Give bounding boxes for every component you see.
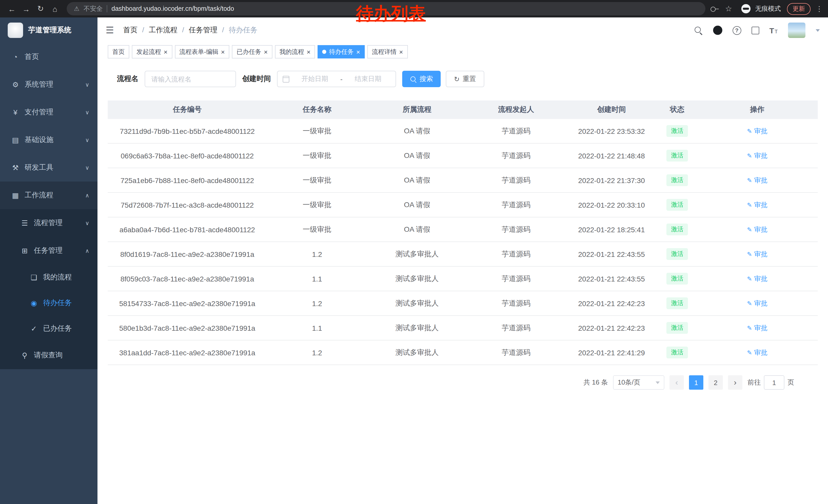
tab-label: 首页 — [112, 47, 125, 56]
sidebar-menu-item[interactable]: ☰ 流程管理 ∨ — [0, 209, 97, 237]
fullscreen-icon[interactable] — [751, 27, 759, 34]
sidebar-menu-item[interactable]: ❏ 我的流程 — [0, 265, 97, 290]
page-size-value: 10条/页 — [618, 378, 640, 387]
approve-link-label: 审批 — [754, 249, 768, 259]
tab[interactable]: 待办任务 × — [318, 45, 365, 58]
breadcrumb-item[interactable]: 待办任务 — [217, 26, 257, 35]
cell-task-id: 8f0d1619-7ac8-11ec-a9e2-a2380e71991a — [108, 250, 267, 258]
start-date-placeholder: 开始日期 — [292, 74, 337, 84]
tabs-bar: 首页 × 发起流程 × 流程表单-编辑 × 已办任务 × 我的流程 × 待办任务 — [97, 43, 828, 60]
caret-down-icon[interactable] — [816, 29, 820, 34]
approve-link[interactable]: ✎ 审批 — [747, 249, 768, 259]
sidebar-menu-item[interactable]: ▦ 工作流程 ∧ — [0, 182, 97, 209]
goto-page-input[interactable] — [764, 375, 784, 390]
browser-update-button[interactable]: 更新 — [787, 3, 811, 15]
prev-page-button[interactable]: ‹ — [669, 375, 684, 390]
cell-initiator: 芋道源码 — [467, 249, 565, 259]
bookmark-star-icon[interactable]: ☆ — [725, 4, 732, 13]
approve-link[interactable]: ✎ 审批 — [747, 126, 768, 136]
sidebar-menu-item[interactable]: ✓ 已办任务 — [0, 316, 97, 341]
browser-reload-button[interactable]: ↻ — [34, 4, 47, 13]
sidebar-menu-item[interactable]: ⊞ 任务管理 ∧ — [0, 237, 97, 265]
password-key-icon[interactable] — [710, 6, 719, 12]
total-count: 共 16 条 — [584, 378, 608, 387]
page-size-select[interactable]: 10条/页 — [613, 375, 664, 390]
tab-close-icon[interactable]: × — [221, 48, 225, 55]
breadcrumb-item[interactable]: 工作流程 — [137, 26, 177, 35]
tab-close-icon[interactable]: × — [356, 48, 360, 55]
browser-home-button[interactable]: ⌂ — [48, 4, 61, 13]
approve-link[interactable]: ✎ 审批 — [747, 348, 768, 357]
process-name-input[interactable] — [145, 71, 236, 87]
cell-status: 激活 — [658, 125, 697, 137]
tab[interactable]: 流程表单-编辑 × — [175, 45, 229, 58]
app-header: ☰ 首页工作流程任务管理待办任务 ? TT — [97, 17, 828, 43]
cell-action: ✎ 审批 — [697, 249, 818, 259]
app-logo-row: 芋道管理系统 — [0, 17, 97, 43]
menu-item-label: 待办任务 — [43, 299, 72, 308]
reset-button[interactable]: ↻ 重置 — [446, 71, 484, 87]
approve-link[interactable]: ✎ 审批 — [747, 200, 768, 210]
help-icon[interactable]: ? — [732, 26, 741, 35]
page-number-button[interactable]: 2 — [708, 375, 723, 390]
breadcrumb-item[interactable]: 首页 — [123, 26, 137, 35]
date-range-separator: - — [340, 75, 343, 83]
pagination: 共 16 条 10条/页 ‹ 12 › 前往 页 — [108, 375, 818, 390]
menu-item-label: 系统管理 — [25, 80, 53, 89]
sidebar-menu-item[interactable]: ⚒ 研发工具 ∨ — [0, 154, 97, 182]
tab[interactable]: 已办任务 × — [232, 45, 272, 58]
cell-action: ✎ 审批 — [697, 151, 818, 160]
table-row: 580e1b3d-7ac8-11ec-a9e2-a2380e71991a 1.1… — [108, 316, 818, 340]
approve-link[interactable]: ✎ 审批 — [747, 151, 768, 160]
approve-link[interactable]: ✎ 审批 — [747, 274, 768, 283]
approve-link[interactable]: ✎ 审批 — [747, 299, 768, 308]
tab-close-icon[interactable]: × — [399, 48, 403, 55]
not-secure-label[interactable]: 不安全 — [84, 4, 103, 13]
sidebar-menu-item[interactable]: ⚲ 请假查询 — [0, 341, 97, 369]
font-size-icon[interactable]: TT — [769, 27, 778, 34]
tab-close-icon[interactable]: × — [164, 48, 167, 55]
date-range-picker[interactable]: 开始日期 - 结束日期 — [277, 71, 396, 87]
user-avatar[interactable] — [788, 22, 805, 38]
sidebar-menu-item[interactable]: ◉ 待办任务 — [0, 290, 97, 316]
approve-link[interactable]: ✎ 审批 — [747, 225, 768, 234]
cell-initiator: 芋道源码 — [467, 200, 565, 210]
breadcrumb-item[interactable]: 任务管理 — [177, 26, 217, 35]
sidebar-collapse-icon[interactable]: ☰ — [106, 25, 114, 36]
sidebar-menu-item[interactable]: ⚙ 系统管理 ∨ — [0, 71, 97, 98]
page-number-button[interactable]: 1 — [689, 375, 703, 390]
edit-icon: ✎ — [747, 250, 752, 258]
tab-active-dot — [322, 50, 327, 54]
github-icon[interactable] — [713, 26, 722, 35]
tab-close-icon[interactable]: × — [307, 48, 310, 55]
approve-link-label: 审批 — [754, 151, 768, 160]
browser-back-button[interactable]: ← — [5, 4, 18, 13]
app-logo — [8, 22, 23, 38]
tab[interactable]: 发起流程 × — [132, 45, 172, 58]
tab[interactable]: 我的流程 × — [275, 45, 315, 58]
browser-forward-button[interactable]: → — [19, 4, 33, 13]
tab[interactable]: 流程详情 × — [367, 45, 408, 58]
approve-link-label: 审批 — [754, 225, 768, 234]
address-separator — [107, 5, 108, 12]
browser-menu-icon[interactable]: ⋮ — [816, 5, 823, 13]
sidebar-menu-item[interactable]: ◔ 首页 — [0, 43, 97, 71]
sidebar-menu-item[interactable]: ▤ 基础设施 ∨ — [0, 126, 97, 154]
table-body: 73211d9d-7b9b-11ec-b5b7-acde48001122 一级审… — [108, 119, 818, 365]
approve-link[interactable]: ✎ 审批 — [747, 323, 768, 332]
approve-link[interactable]: ✎ 审批 — [747, 176, 768, 185]
cell-initiator: 芋道源码 — [467, 225, 565, 234]
search-button[interactable]: 搜索 — [402, 71, 441, 87]
next-page-button[interactable]: › — [728, 375, 742, 390]
chevron-icon: ∨ — [85, 109, 89, 116]
sidebar-menu-item[interactable]: ¥ 支付管理 ∨ — [0, 98, 97, 126]
tab-close-icon[interactable]: × — [264, 48, 267, 55]
breadcrumb: 首页工作流程任务管理待办任务 — [123, 26, 257, 35]
edit-icon: ✎ — [747, 300, 752, 307]
cell-process: 测试多审批人 — [367, 323, 467, 332]
url-text[interactable]: dashboard.yudao.iocoder.cn/bpm/task/todo — [112, 5, 234, 12]
cell-action: ✎ 审批 — [697, 126, 818, 136]
tab[interactable]: 首页 × — [108, 45, 129, 58]
search-icon[interactable] — [694, 26, 703, 35]
menu-item-icon: ▤ — [10, 136, 20, 144]
